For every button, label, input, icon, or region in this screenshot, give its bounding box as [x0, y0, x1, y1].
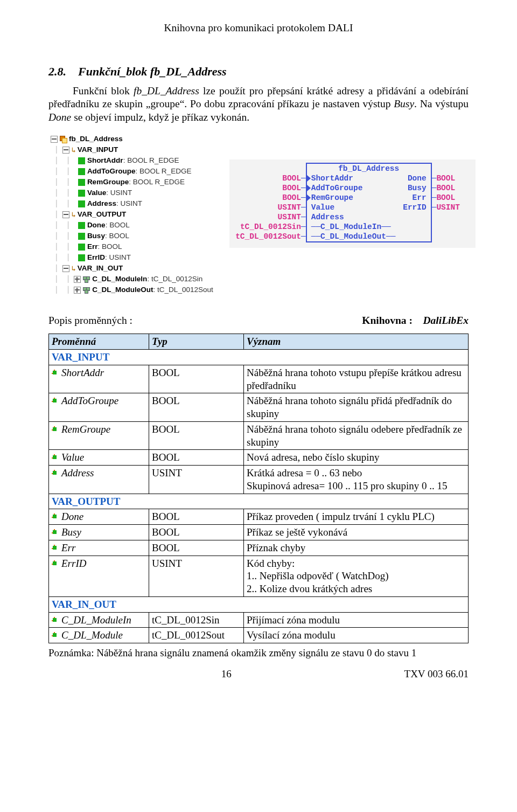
expand-icon — [74, 287, 81, 294]
variable-icon — [78, 244, 85, 251]
variable-bullet-icon — [52, 370, 58, 376]
fb-port-in: ShortAddr — [311, 174, 353, 183]
struct-icon — [83, 287, 90, 293]
variable-bullet-icon — [52, 632, 58, 639]
table-footnote: Poznámka: Náběžná hrana signálu znamená … — [48, 647, 469, 660]
fb-port-out: ErrID — [403, 203, 427, 212]
variable-bullet-icon — [52, 513, 58, 520]
fb-port-in: AddToGroupe — [311, 184, 363, 192]
section-number: 2.8. — [48, 65, 66, 78]
variable-icon — [78, 222, 85, 229]
fb-port-in: Value — [311, 203, 335, 212]
fb-bus-port: C_DL_ModuleIn — [320, 223, 381, 231]
table-desc: Přijímací zóna modulu — [244, 612, 469, 628]
fb-block-diagram: fb_DL_AddressBOOL─BOOL─BOOL─USINT─USINT─… — [229, 159, 476, 248]
fb-port-out: Err — [413, 193, 427, 202]
variable-icon — [78, 179, 85, 186]
table-var: AddToGroupe — [49, 393, 149, 422]
variable-icon — [78, 168, 85, 175]
fb-box: ShortAddrDoneAddToGroupeBusyRemGroupeErr… — [306, 173, 432, 242]
col-meaning: Význam — [244, 334, 469, 350]
expand-icon — [74, 276, 81, 283]
variable-bullet-icon — [52, 426, 58, 433]
variable-icon — [78, 200, 85, 207]
fb-port-in: Address — [311, 213, 344, 221]
table-section: VAR_IN_OUT — [49, 596, 469, 612]
io-arrow-icon: ↳ — [72, 263, 76, 274]
table-var: ErrID — [49, 556, 149, 596]
table-var: C_DL_ModuleIn — [49, 612, 149, 628]
table-type: USINT — [149, 466, 244, 494]
variable-tree: fb_DL_Address │ ↳VAR_INPUT │ │ ShortAddr… — [48, 134, 213, 295]
collapse-icon — [62, 265, 69, 272]
table-type: USINT — [149, 556, 244, 596]
table-caption-left: Popis proměnných : — [48, 314, 132, 327]
section-heading: 2.8. Funkční_blok fb_DL_Address — [48, 64, 469, 79]
function-block-icon — [60, 136, 67, 143]
fb-title: fb_DL_Address — [306, 163, 432, 173]
table-section: VAR_OUTPUT — [49, 494, 469, 509]
fb-port-in: RemGroupe — [311, 193, 353, 202]
table-desc: Příkaz se ještě vykonává — [244, 525, 469, 540]
table-var: Err — [49, 540, 149, 556]
page-footer: 16 TXV 003 66.01 — [48, 668, 469, 681]
col-variable: Proměnná — [49, 334, 149, 350]
variable-icon — [78, 190, 85, 197]
table-desc: Příkaz proveden ( impulz trvání 1 cyklu … — [244, 509, 469, 525]
table-type: BOOL — [149, 540, 244, 556]
table-desc: Vysílací zóna modulu — [244, 628, 469, 643]
table-desc: Nová adresa, nebo číslo skupiny — [244, 450, 469, 466]
variable-bullet-icon — [52, 529, 58, 536]
variable-bullet-icon — [52, 545, 58, 551]
library-label: Knihovna : — [362, 315, 413, 326]
table-type: BOOL — [149, 450, 244, 466]
page-header: Knihovna pro komunikaci protokolem DALI — [48, 22, 469, 34]
table-desc: Kód chyby:1.. Nepřišla odpověď ( WatchDo… — [244, 556, 469, 596]
table-type: BOOL — [149, 421, 244, 450]
table-var: Done — [49, 509, 149, 525]
variable-bullet-icon — [52, 617, 58, 623]
table-var: C_DL_Module — [49, 628, 149, 643]
library-name: DaliLibEx — [423, 315, 469, 326]
variable-bullet-icon — [52, 398, 58, 404]
col-type: Typ — [149, 334, 244, 350]
table-type: tC_DL_0012Sin — [149, 612, 244, 628]
diagram-area: fb_DL_Address │ ↳VAR_INPUT │ │ ShortAddr… — [48, 134, 469, 295]
section-body: Funkční blok fb_DL_Address lze použít pr… — [48, 85, 469, 124]
fb-bus-port: C_DL_ModuleOut — [320, 232, 386, 241]
table-desc: Náběžná hrana tohoto vstupu přepíše krát… — [244, 365, 469, 393]
fb-left-types: BOOL─BOOL─BOOL─USINT─USINT─tC_DL_0012Sin… — [234, 173, 306, 242]
table-var: ShortAddr — [49, 365, 149, 393]
struct-icon — [83, 276, 90, 282]
table-type: BOOL — [149, 509, 244, 525]
table-type: BOOL — [149, 393, 244, 422]
fb-port-out: Done — [408, 174, 427, 183]
table-var: Busy — [49, 525, 149, 540]
page-number: 16 — [221, 668, 232, 681]
edge-trigger-icon — [307, 195, 311, 201]
collapse-icon — [51, 136, 58, 143]
document-code: TXV 003 66.01 — [404, 668, 469, 681]
io-arrow-icon: ↳ — [72, 144, 76, 155]
table-section: VAR_INPUT — [49, 350, 469, 365]
table-type: BOOL — [149, 365, 244, 393]
table-var: RemGroupe — [49, 421, 149, 450]
table-desc: Náběžná hrana tohoto signálu odebere pře… — [244, 421, 469, 450]
variable-icon — [78, 254, 85, 261]
variables-table: Proměnná Typ Význam VAR_INPUTShortAddrBO… — [48, 334, 469, 643]
fb-right-types: ─BOOL─BOOL─BOOL─USINT — [432, 173, 471, 242]
variable-icon — [78, 157, 85, 164]
io-arrow-icon: ↳ — [72, 209, 76, 220]
variable-icon — [78, 233, 85, 240]
collapse-icon — [62, 147, 69, 154]
collapse-icon — [62, 211, 69, 218]
edge-trigger-icon — [307, 185, 311, 191]
table-var: Address — [49, 466, 149, 494]
edge-trigger-icon — [307, 175, 311, 182]
section-title: Funkční_blok fb_DL_Address — [78, 65, 227, 78]
table-var: Value — [49, 450, 149, 466]
table-desc: Náběžná hrana tohoto signálu přidá předř… — [244, 393, 469, 422]
variable-bullet-icon — [52, 560, 58, 567]
table-type: tC_DL_0012Sout — [149, 628, 244, 643]
table-desc: Příznak chyby — [244, 540, 469, 556]
